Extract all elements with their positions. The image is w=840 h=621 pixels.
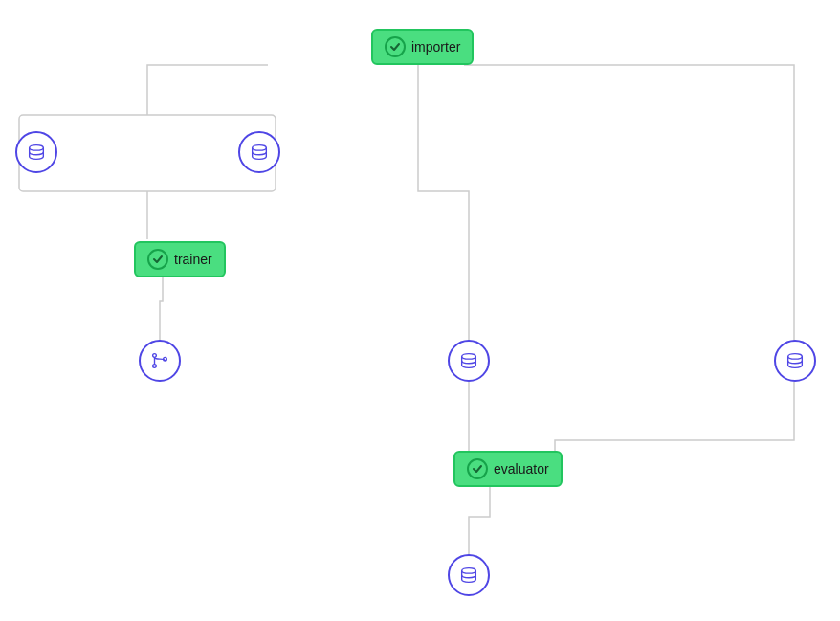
connector-lines — [0, 0, 840, 621]
svg-rect-0 — [19, 115, 276, 191]
svg-point-4 — [153, 365, 157, 368]
svg-point-7 — [788, 354, 803, 360]
svg-point-3 — [153, 354, 157, 358]
trainer-label: trainer — [174, 252, 212, 267]
evaluator-node[interactable]: evaluator — [453, 451, 563, 487]
db-node-6[interactable] — [448, 554, 490, 596]
importer-check-icon — [385, 36, 406, 57]
trainer-node[interactable]: trainer — [134, 241, 226, 277]
svg-point-8 — [462, 568, 476, 574]
canvas: importer trainer evaluator — [0, 0, 840, 621]
evaluator-label: evaluator — [494, 461, 549, 477]
svg-point-6 — [462, 354, 476, 360]
db-node-1[interactable] — [15, 131, 57, 173]
importer-node[interactable]: importer — [371, 29, 474, 65]
db-node-5[interactable] — [774, 340, 816, 382]
evaluator-check-icon — [467, 458, 488, 479]
trainer-check-icon — [147, 249, 168, 270]
importer-label: importer — [411, 39, 460, 55]
svg-point-1 — [30, 145, 44, 151]
svg-point-2 — [253, 145, 267, 151]
git-node-1[interactable] — [139, 340, 181, 382]
db-node-2[interactable] — [238, 131, 280, 173]
db-node-4[interactable] — [448, 340, 490, 382]
